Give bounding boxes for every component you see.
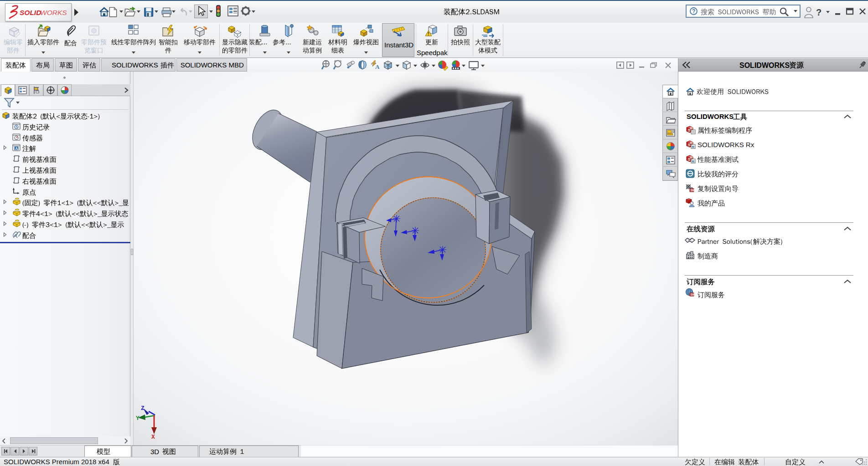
svg-text:W: W bbox=[690, 141, 693, 144]
svg-text:W: W bbox=[690, 127, 693, 130]
svg-text:R: R bbox=[692, 145, 694, 149]
svg-text:A: A bbox=[15, 147, 18, 151]
svg-text:R: R bbox=[692, 159, 694, 164]
svg-text:A: A bbox=[375, 63, 380, 70]
svg-text:!: ! bbox=[428, 31, 429, 36]
svg-text:SW: SW bbox=[691, 293, 696, 296]
svg-text:W: W bbox=[690, 156, 693, 159]
svg-text:SW: SW bbox=[691, 189, 696, 192]
svg-text:Z: Z bbox=[141, 405, 145, 412]
svg-text:?: ? bbox=[692, 8, 695, 15]
svg-text:WORKS: WORKS bbox=[40, 9, 67, 16]
svg-text:Y: Y bbox=[136, 415, 140, 422]
svg-text:SOLID: SOLID bbox=[20, 9, 41, 16]
svg-text:X: X bbox=[151, 434, 155, 440]
svg-text:?: ? bbox=[816, 7, 822, 17]
